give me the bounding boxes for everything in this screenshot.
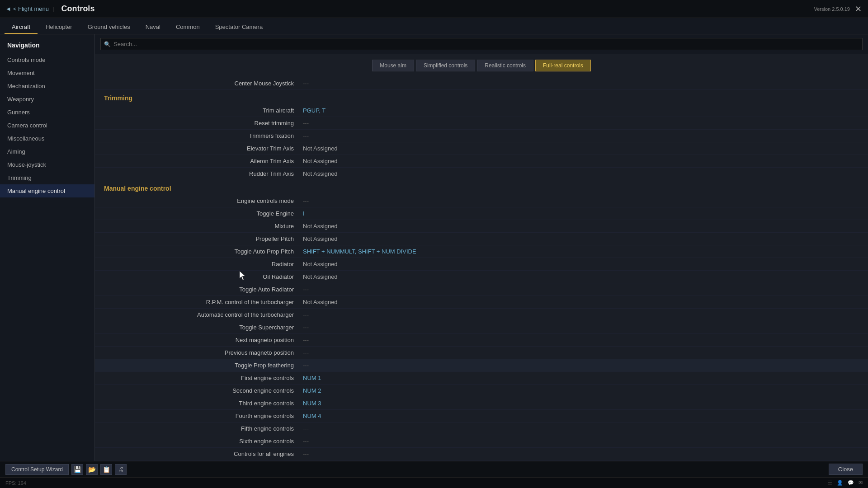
control-row-toggle-engine[interactable]: Toggle Engine I xyxy=(95,207,868,220)
control-row-next-magneto[interactable]: Next magneto position --- xyxy=(95,334,868,347)
control-row-toggle-prop-feathering[interactable]: Toggle Prop feathering --- xyxy=(95,359,868,372)
status-bar: FPS: 164 ☰ 👤 💬 ✉ xyxy=(0,477,868,488)
control-name: Center Mouse Joystick xyxy=(95,80,303,87)
control-name: Elevator Trim Axis xyxy=(95,145,303,152)
control-row-mixture[interactable]: Mixture Not Assigned xyxy=(95,220,868,233)
copy-button[interactable]: 📋 xyxy=(100,464,112,475)
control-row-trim-aircraft[interactable]: Trim aircraft PGUP, T xyxy=(95,104,868,117)
load-icon: 📂 xyxy=(88,466,96,473)
control-binding: --- xyxy=(303,80,868,87)
control-row-trimmers-fixation[interactable]: Trimmers fixation --- xyxy=(95,130,868,142)
control-name: Toggle Auto Prop Pitch xyxy=(95,248,303,255)
control-row-second-engine[interactable]: Second engine controls NUM 2 xyxy=(95,385,868,397)
control-row-prev-magneto[interactable]: Previous magneto position --- xyxy=(95,347,868,359)
control-binding: SHIFT + NUMMULT, SHIFT + NUM DIVIDE xyxy=(303,248,868,255)
control-name: Reset trimming xyxy=(95,120,303,127)
control-binding: --- xyxy=(303,311,868,318)
control-binding: --- xyxy=(303,132,868,139)
mode-mouse-aim-button[interactable]: Mouse aim xyxy=(372,60,414,71)
control-row-oil-radiator[interactable]: Oil Radiator Not Assigned xyxy=(95,271,868,283)
tab-aircraft[interactable]: Aircraft xyxy=(5,21,38,34)
control-row-reset-trimming[interactable]: Reset trimming --- xyxy=(95,117,868,130)
control-row-toggle-auto-prop-pitch[interactable]: Toggle Auto Prop Pitch SHIFT + NUMMULT, … xyxy=(95,245,868,258)
control-row-engine-controls-mode[interactable]: Engine controls mode --- xyxy=(95,195,868,207)
main-area: Navigation Controls mode Movement Mechan… xyxy=(0,34,868,461)
sidebar-item-gunners[interactable]: Gunners xyxy=(0,106,94,119)
control-name: Toggle Supercharger xyxy=(95,324,303,331)
control-name: R.P.M. control of the turbocharger xyxy=(95,299,303,305)
control-row-auto-turbocharger[interactable]: Automatic control of the turbocharger --… xyxy=(95,309,868,321)
tab-common[interactable]: Common xyxy=(169,21,207,34)
control-name: Automatic control of the turbocharger xyxy=(95,311,303,318)
mode-full-real-button[interactable]: Full-real controls xyxy=(535,60,591,71)
sidebar-item-movement[interactable]: Movement xyxy=(0,66,94,80)
control-name: Controls for all engines xyxy=(95,450,303,457)
control-name: Trim aircraft xyxy=(95,107,303,114)
back-arrow: ◄ xyxy=(5,5,11,12)
control-row-elevator-trim-axis[interactable]: Elevator Trim Axis Not Assigned xyxy=(95,142,868,155)
load-profile-button[interactable]: 📂 xyxy=(86,464,98,475)
print-button[interactable]: 🖨 xyxy=(115,464,127,475)
menu-icon[interactable]: ☰ xyxy=(828,480,832,486)
content-area: 🔍 Mouse aim Simplified controls Realisti… xyxy=(95,34,868,461)
control-row-all-engines[interactable]: Controls for all engines --- xyxy=(95,448,868,460)
sidebar-item-weaponry[interactable]: Weaponry xyxy=(0,93,94,106)
control-row-first-engine[interactable]: First engine controls NUM 1 xyxy=(95,372,868,385)
control-name: Fourth engine controls xyxy=(95,413,303,419)
save-profile-button[interactable]: 💾 xyxy=(71,464,83,475)
tab-spectator-camera[interactable]: Spectator Camera xyxy=(208,21,270,34)
control-row-sixth-engine[interactable]: Sixth engine controls --- xyxy=(95,435,868,448)
search-icon: 🔍 xyxy=(104,41,111,47)
tab-ground-vehicles[interactable]: Ground vehicles xyxy=(80,21,137,34)
control-row-third-engine[interactable]: Third engine controls NUM 3 xyxy=(95,397,868,410)
control-name: Rudder Trim Axis xyxy=(95,170,303,177)
mode-simplified-button[interactable]: Simplified controls xyxy=(416,60,475,71)
control-row-rudder-trim-axis[interactable]: Rudder Trim Axis Not Assigned xyxy=(95,168,868,180)
tab-naval[interactable]: Naval xyxy=(138,21,168,34)
control-name: Second engine controls xyxy=(95,387,303,394)
sidebar-item-mouse-joystick[interactable]: Mouse-joystick xyxy=(0,158,94,171)
search-input[interactable] xyxy=(100,38,863,50)
back-link[interactable]: ◄ < Flight menu xyxy=(5,5,49,12)
sidebar-item-miscellaneous[interactable]: Miscellaneous xyxy=(0,132,94,145)
control-row-toggle-auto-radiator[interactable]: Toggle Auto Radiator --- xyxy=(95,283,868,296)
status-icons: ☰ 👤 💬 ✉ xyxy=(828,480,863,486)
mail-icon[interactable]: ✉ xyxy=(859,480,863,486)
control-row-fifth-engine[interactable]: Fifth engine controls --- xyxy=(95,422,868,435)
control-binding: Not Assigned xyxy=(303,261,868,267)
header-close-button[interactable]: ✕ xyxy=(853,4,863,14)
sidebar-item-trimming[interactable]: Trimming xyxy=(0,171,94,184)
control-modes-bar: Mouse aim Simplified controls Realistic … xyxy=(95,54,868,77)
control-binding: I xyxy=(303,210,868,217)
sidebar-item-aiming[interactable]: Aiming xyxy=(0,145,94,158)
tabs-bar: Aircraft Helicopter Ground vehicles Nava… xyxy=(0,18,868,34)
control-row-fourth-engine[interactable]: Fourth engine controls NUM 4 xyxy=(95,410,868,422)
control-name: Toggle Engine xyxy=(95,210,303,217)
control-row-toggle-supercharger[interactable]: Toggle Supercharger --- xyxy=(95,321,868,334)
control-name: Third engine controls xyxy=(95,400,303,407)
control-binding: --- xyxy=(303,337,868,343)
profile-icon[interactable]: 👤 xyxy=(837,480,843,486)
control-binding: --- xyxy=(303,286,868,293)
control-binding: Not Assigned xyxy=(303,158,868,164)
sidebar-item-mechanization[interactable]: Mechanization xyxy=(0,80,94,93)
tab-helicopter[interactable]: Helicopter xyxy=(38,21,80,34)
control-binding: --- xyxy=(303,349,868,356)
close-button[interactable]: Close xyxy=(829,464,863,475)
control-row-propeller-pitch[interactable]: Propeller Pitch Not Assigned xyxy=(95,233,868,245)
chat-icon[interactable]: 💬 xyxy=(848,480,854,486)
sidebar-item-controls-mode[interactable]: Controls mode xyxy=(0,53,94,66)
control-name: Toggle Auto Radiator xyxy=(95,286,303,293)
sidebar-item-camera-control[interactable]: Camera control xyxy=(0,119,94,132)
control-setup-wizard-button[interactable]: Control Setup Wizard xyxy=(5,464,69,475)
control-row-rpm-turbocharger[interactable]: R.P.M. control of the turbocharger Not A… xyxy=(95,296,868,309)
control-name: Engine controls mode xyxy=(95,197,303,204)
control-row-aileron-trim-axis[interactable]: Aileron Trim Axis Not Assigned xyxy=(95,155,868,168)
control-row-center-mouse-joystick[interactable]: Center Mouse Joystick --- xyxy=(95,77,868,90)
control-row-radiator[interactable]: Radiator Not Assigned xyxy=(95,258,868,271)
print-icon: 🖨 xyxy=(118,466,124,473)
mode-realistic-button[interactable]: Realistic controls xyxy=(477,60,533,71)
sidebar-item-manual-engine-control[interactable]: Manual engine control xyxy=(0,184,94,197)
scroll-content[interactable]: Center Mouse Joystick --- Trimming Trim … xyxy=(95,77,868,461)
control-binding: NUM 4 xyxy=(303,413,868,419)
